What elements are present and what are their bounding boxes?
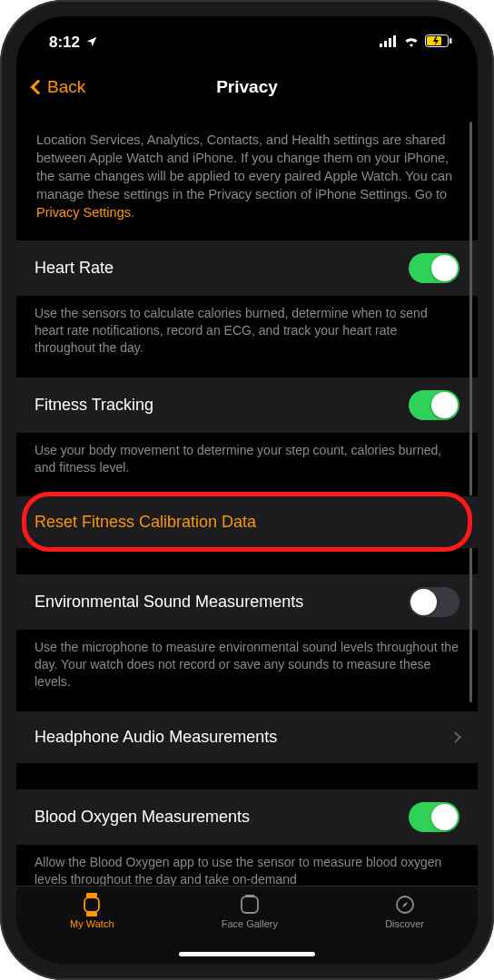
page-title: Privacy — [216, 77, 278, 97]
svg-rect-1 — [384, 41, 387, 47]
svg-rect-9 — [84, 897, 99, 912]
environmental-sound-label: Environmental Sound Measurements — [35, 593, 409, 612]
home-indicator[interactable] — [179, 952, 315, 956]
fitness-tracking-toggle[interactable] — [409, 390, 459, 420]
blood-oxygen-row[interactable]: Blood Oxygen Measurements — [16, 789, 478, 845]
wifi-icon — [403, 34, 420, 52]
tab-my-watch[interactable]: My Watch — [70, 894, 114, 929]
reset-fitness-calibration-button[interactable]: Reset Fitness Calibration Data — [16, 495, 478, 548]
screen: 8:12 Back — [16, 16, 478, 964]
tab-face-gallery[interactable]: Face Gallery — [222, 894, 278, 929]
chevron-right-icon — [450, 731, 461, 743]
svg-rect-0 — [380, 44, 382, 47]
compass-icon — [392, 894, 418, 916]
environmental-sound-toggle[interactable] — [409, 587, 459, 617]
fitness-tracking-footer: Use your body movement to determine your… — [16, 433, 478, 496]
face-gallery-icon — [237, 894, 262, 916]
battery-icon — [425, 34, 452, 52]
tab-discover-label: Discover — [385, 918, 424, 929]
environmental-sound-footer: Use the microphone to measure environmen… — [16, 630, 478, 710]
svg-rect-11 — [245, 895, 254, 897]
back-button[interactable]: Back — [33, 77, 85, 97]
heart-rate-toggle[interactable] — [409, 253, 459, 283]
scroll-indicator[interactable] — [469, 122, 472, 702]
intro-text: Location Services, Analytics, Contacts, … — [16, 114, 478, 240]
tab-discover[interactable]: Discover — [385, 894, 424, 929]
heart-rate-footer: Use the sensors to calculate calories bu… — [16, 296, 478, 377]
reset-fitness-calibration-label: Reset Fitness Calibration Data — [35, 513, 459, 532]
blood-oxygen-toggle[interactable] — [409, 802, 459, 832]
svg-rect-6 — [450, 38, 452, 44]
fitness-tracking-label: Fitness Tracking — [35, 396, 409, 415]
headphone-audio-row[interactable]: Headphone Audio Measurements — [16, 710, 478, 763]
notch — [147, 16, 347, 45]
location-arrow-icon — [85, 35, 98, 51]
content-scroll[interactable]: Location Services, Analytics, Contacts, … — [16, 114, 478, 886]
svg-rect-3 — [393, 35, 396, 47]
cellular-signal-icon — [380, 34, 398, 52]
heart-rate-row[interactable]: Heart Rate — [16, 240, 478, 296]
headphone-audio-label: Headphone Audio Measurements — [35, 728, 451, 747]
blood-oxygen-label: Blood Oxygen Measurements — [35, 808, 409, 827]
chevron-left-icon — [31, 80, 46, 95]
tab-my-watch-label: My Watch — [70, 918, 114, 929]
tab-face-gallery-label: Face Gallery — [222, 918, 278, 929]
heart-rate-label: Heart Rate — [35, 259, 409, 278]
phone-frame: 8:12 Back — [0, 0, 494, 980]
fitness-tracking-row[interactable]: Fitness Tracking — [16, 377, 478, 433]
privacy-settings-link[interactable]: Privacy Settings — [36, 205, 131, 220]
watch-icon — [79, 894, 104, 916]
back-label: Back — [47, 77, 85, 97]
svg-rect-2 — [389, 38, 391, 47]
blood-oxygen-footer: Allow the Blood Oxygen app to use the se… — [16, 845, 478, 886]
environmental-sound-row[interactable]: Environmental Sound Measurements — [16, 573, 478, 630]
status-time: 8:12 — [49, 34, 80, 52]
svg-rect-10 — [242, 897, 258, 913]
nav-bar: Back Privacy — [16, 60, 478, 114]
